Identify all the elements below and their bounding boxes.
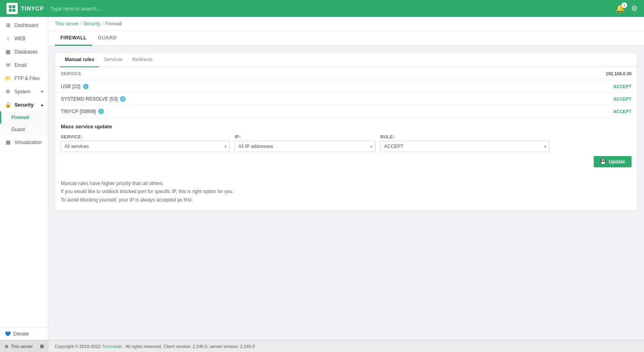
sidebar-item-virtualization[interactable]: ▦ Virtualization: [0, 136, 48, 149]
sidebar-item-ftp[interactable]: 📁 FTP & Files: [0, 72, 48, 85]
topbar-icons: 🔔 1 ⚙: [616, 4, 638, 13]
databases-icon: ▦: [5, 49, 11, 55]
ip-field-group: IP: All IP addresses ▾: [235, 134, 376, 152]
service-name-usr: USR [22] i: [61, 84, 89, 89]
accept-link-usr[interactable]: ACCEPT: [613, 84, 632, 89]
ftp-icon: 📁: [5, 75, 11, 81]
subtab-manual-rules[interactable]: Manual rules: [60, 53, 99, 67]
security-icon: 🔒: [5, 102, 11, 108]
sidebar-item-email[interactable]: ✉ Email: [0, 58, 48, 72]
sidebar: ⊞ Dashboard ○ WEB ▦ Databases ✉ Email 📁 …: [0, 17, 48, 340]
breadcrumb-sep-1: /: [80, 21, 81, 27]
tab-firewall[interactable]: FIREWALL: [55, 31, 92, 46]
accept-link-tinycp[interactable]: ACCEPT: [613, 109, 632, 114]
info-line-2: If you would like to unblock blocked por…: [61, 187, 632, 196]
sidebar-item-firewall[interactable]: Firewall: [0, 111, 48, 124]
sidebar-item-dashboard[interactable]: ⊞ Dashboard: [0, 19, 48, 32]
rights-text: . All rights reserved. Client version: 2…: [123, 344, 255, 349]
notification-badge: 1: [621, 2, 627, 8]
company-link[interactable]: Technalab: [102, 344, 122, 349]
grid-icon: ▦: [40, 344, 44, 349]
info-icon-usr[interactable]: i: [83, 84, 89, 89]
bottom-server[interactable]: 🖥 This server ▦: [0, 340, 48, 352]
info-line-3: To avoid blocking yourself, your IP is a…: [61, 196, 632, 204]
service-col-label: SERVICE: [61, 71, 82, 76]
breadcrumb-sep-2: /: [102, 21, 103, 27]
sidebar-sub-security: Firewall Guard: [0, 111, 48, 136]
virtualization-icon: ▦: [5, 139, 11, 145]
tab-guard[interactable]: GUARD: [92, 31, 122, 46]
service-table: SERVICE 192.168.0.30 USR [22] i ACCEPT: [55, 67, 637, 118]
info-icon-tinycp[interactable]: i: [98, 109, 104, 114]
content-area: This server / Security / Firewall FIREWA…: [48, 17, 644, 340]
svg-rect-3: [12, 9, 15, 12]
service-table-header: SERVICE 192.168.0.30: [55, 67, 637, 80]
mass-update-form: SERVICE: All services ▾ IP: All IP addre…: [55, 133, 637, 173]
bottom-server-label: This server: [11, 344, 33, 349]
service-name-text: TINYCP [50869]: [61, 109, 96, 114]
sidebar-item-security[interactable]: 🔒 Security ▴: [0, 98, 48, 111]
gear-icon: ⚙: [631, 4, 638, 13]
mass-update-title: Mass service update: [55, 118, 637, 133]
footer-copyright: Copyright © 2018-2022 Technalab . All ri…: [48, 344, 644, 349]
ip-select-wrap: All IP addresses ▾: [235, 141, 376, 152]
sub-tabs: Manual rules Services Redirects: [55, 53, 637, 67]
notifications-button[interactable]: 🔔 1: [616, 4, 625, 13]
info-text-block: Manual rules have higher priority than a…: [55, 173, 637, 210]
update-btn-row: 💾 Update: [61, 156, 632, 167]
settings-button[interactable]: ⚙: [631, 4, 638, 13]
update-button[interactable]: 💾 Update: [594, 156, 632, 167]
server-icon: 🖥: [4, 344, 8, 349]
sidebar-item-label: Security: [14, 102, 33, 108]
service-name-systemd: SYSTEMD-RESOLVE [53] i: [61, 96, 126, 102]
search-input[interactable]: [50, 6, 616, 12]
topbar: TINYCP 🔔 1 ⚙: [0, 0, 644, 17]
service-field-label: SERVICE:: [61, 134, 230, 139]
service-name-tinycp: TINYCP [50869] i: [61, 109, 104, 114]
svg-rect-2: [9, 9, 12, 12]
main-layout: ⊞ Dashboard ○ WEB ▦ Databases ✉ Email 📁 …: [0, 17, 644, 340]
save-icon: 💾: [600, 159, 606, 165]
rule-field-group: RULE: ACCEPTDROPREJECT ▾: [380, 134, 549, 152]
web-icon: ○: [5, 35, 11, 41]
sidebar-nav: ⊞ Dashboard ○ WEB ▦ Databases ✉ Email 📁 …: [0, 17, 48, 327]
form-row: SERVICE: All services ▾ IP: All IP addre…: [61, 134, 632, 152]
sidebar-item-label: FTP & Files: [14, 76, 39, 81]
accept-link-systemd[interactable]: ACCEPT: [613, 97, 632, 101]
service-name-text: USR [22]: [61, 84, 80, 89]
chevron-up-icon: ▴: [41, 103, 43, 107]
rule-select[interactable]: ACCEPTDROPREJECT: [380, 141, 549, 152]
subtab-redirects[interactable]: Redirects: [127, 53, 157, 67]
table-row: SYSTEMD-RESOLVE [53] i ACCEPT: [55, 93, 637, 105]
service-select-wrap: All services ▾: [61, 141, 230, 152]
breadcrumb-security[interactable]: Security: [83, 21, 101, 27]
table-row: USR [22] i ACCEPT: [55, 80, 637, 93]
donate-label: Donate: [13, 331, 29, 337]
service-select[interactable]: All services: [61, 141, 230, 152]
breadcrumb-server[interactable]: This server: [55, 21, 78, 27]
sidebar-item-databases[interactable]: ▦ Databases: [0, 45, 48, 58]
sidebar-item-guard[interactable]: Guard: [0, 124, 48, 136]
rule-select-wrap: ACCEPTDROPREJECT ▾: [380, 141, 549, 152]
sidebar-item-label: Databases: [14, 49, 37, 55]
sidebar-item-web[interactable]: ○ WEB: [0, 32, 48, 45]
ip-select[interactable]: All IP addresses: [235, 141, 376, 152]
main-tabs: FIREWALL GUARD: [48, 31, 644, 46]
info-line-1: Manual rules have higher priority than a…: [61, 179, 632, 187]
sidebar-item-label: WEB: [14, 36, 25, 41]
ip-field-label: IP:: [235, 134, 376, 139]
info-icon-systemd[interactable]: i: [120, 96, 126, 102]
service-name-text: SYSTEMD-RESOLVE [53]: [61, 96, 118, 102]
donate-button[interactable]: 💙 Donate: [0, 327, 48, 340]
breadcrumb-current: Firewall: [105, 21, 122, 27]
sidebar-item-label: Virtualization: [14, 140, 42, 145]
email-icon: ✉: [5, 62, 11, 68]
sidebar-item-system[interactable]: ⚙ System ▾: [0, 85, 48, 98]
bottom-bar: 🖥 This server ▦ Copyright © 2018-2022 Te…: [0, 340, 644, 352]
svg-rect-0: [9, 5, 12, 8]
service-header-ip: 192.168.0.30: [606, 71, 632, 76]
svg-rect-1: [12, 5, 15, 8]
logo-text: TINYCP: [21, 5, 44, 12]
subtab-services[interactable]: Services: [99, 53, 127, 67]
sidebar-item-label: System: [14, 89, 31, 95]
